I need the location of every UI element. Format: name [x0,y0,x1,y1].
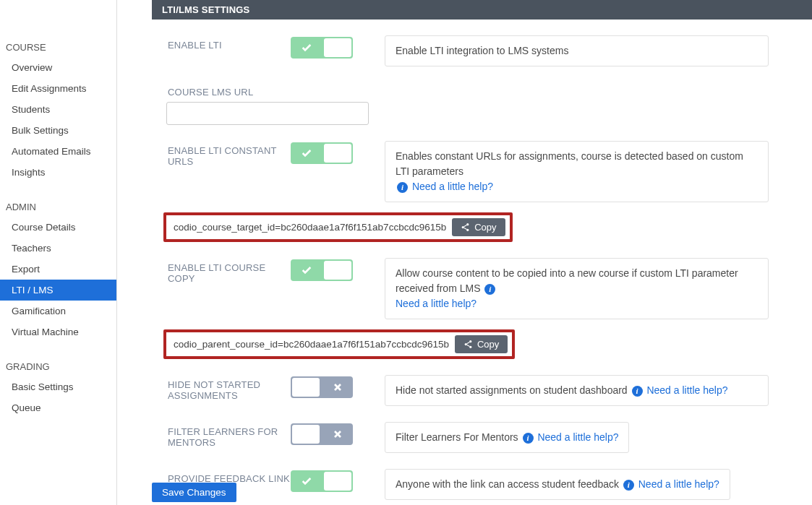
help-link[interactable]: Need a little help? [396,298,476,309]
share-icon [461,223,470,232]
sidebar-item-bulk-settings[interactable]: Bulk Settings [0,120,116,141]
course-target-id-text: codio_course_target_id=bc260daae1a7f6f15… [171,220,452,234]
svg-line-4 [464,228,467,229]
sidebar-item-virtual-machine[interactable]: Virtual Machine [0,321,116,342]
setting-label: HIDE NOT STARTED ASSIGNMENTS [168,375,291,401]
sidebar-section-title: ADMIN [0,196,116,217]
sidebar-item-teachers[interactable]: Teachers [0,238,116,259]
filter-learners-toggle[interactable] [291,423,353,445]
info-icon: i [484,284,495,295]
enable-constant-urls-toggle[interactable] [291,142,353,164]
sidebar-item-queue[interactable]: Queue [0,397,116,418]
sidebar-item-export[interactable]: Export [0,259,116,280]
copy-course-target-id-button[interactable]: Copy [452,218,505,236]
setting-filter-learners: FILTER LEARNERS FOR MENTORS Filter Learn… [168,422,812,453]
sidebar-item-basic-settings[interactable]: Basic Settings [0,376,116,397]
svg-point-7 [469,346,471,348]
sidebar-item-automated-emails[interactable]: Automated Emails [0,141,116,162]
desc-text: Enables constant URLs for assignments, c… [396,150,743,177]
info-icon: i [397,182,408,193]
sidebar-item-course-details[interactable]: Course Details [0,217,116,238]
setting-hide-not-started: HIDE NOT STARTED ASSIGNMENTS Hide not st… [168,375,812,406]
copy-label: Copy [477,339,499,350]
svg-point-0 [466,223,469,225]
setting-description: Hide not started assignments on student … [385,375,769,406]
setting-label: ENABLE LTI CONSTANT URLS [168,141,291,167]
sidebar-item-overview[interactable]: Overview [0,57,116,78]
help-link[interactable]: Need a little help? [638,478,719,490]
setting-provide-feedback: PROVIDE FEEDBACK LINK Anyone with the li… [168,469,812,500]
help-link[interactable]: Need a little help? [646,384,727,396]
setting-label: ENABLE LTI COURSE COPY [168,258,291,284]
sidebar-item-gamification[interactable]: Gamification [0,301,116,321]
check-icon [291,37,322,59]
setting-enable-lti: ENABLE LTI Enable LTI integration to LMS… [168,35,812,66]
svg-line-3 [464,225,467,227]
sidebar-section-course: COURSE Overview Edit Assignments Student… [0,36,116,183]
desc-text: Filter Learners For Mentors [396,431,518,443]
svg-line-9 [467,345,470,346]
check-icon [291,470,322,492]
toggle-knob [324,261,351,280]
course-lms-url-input[interactable] [166,102,369,125]
info-icon: i [623,480,634,491]
setting-label: FILTER LEARNERS FOR MENTORS [168,422,291,448]
setting-description: Filter Learners For Mentors i Need a lit… [385,422,629,453]
parent-course-id-box: codio_parent_course_id=bc260daae1a7f6f15… [163,329,515,359]
info-icon: i [632,386,643,397]
enable-course-copy-toggle[interactable] [291,259,353,281]
setting-label: ENABLE LTI [168,35,291,51]
setting-description: Allow course content to be copied into a… [385,258,769,319]
sidebar-item-students[interactable]: Students [0,99,116,120]
x-icon [322,423,353,445]
svg-point-5 [469,340,471,342]
desc-text: Enable LTI integration to LMS systems [396,45,568,56]
setting-label: PROVIDE FEEDBACK LINK [168,469,291,484]
desc-text: Anyone with the link can access student … [396,478,619,490]
setting-description: Enable LTI integration to LMS systems [385,35,769,66]
course-target-id-box: codio_course_target_id=bc260daae1a7f6f15… [163,212,513,242]
desc-text: Allow course content to be copied into a… [396,267,738,294]
setting-description: Enables constant URLs for assignments, c… [385,141,769,202]
toggle-knob [324,144,351,163]
copy-label: Copy [474,222,496,233]
setting-enable-constant-urls: ENABLE LTI CONSTANT URLS Enables constan… [168,141,812,202]
share-icon [463,340,473,349]
setting-label: COURSE LMS URL [168,82,291,98]
check-icon [291,142,322,164]
help-link[interactable]: Need a little help? [537,431,618,443]
sidebar-section-admin: ADMIN Course Details Teachers Export LTI… [0,196,116,342]
toggle-knob [292,378,320,397]
main-content: LTI/LMS SETTINGS ENABLE LTI Enable LTI i… [117,0,812,505]
svg-point-6 [465,343,467,345]
svg-point-2 [466,229,469,231]
save-changes-button[interactable]: Save Changes [152,483,236,502]
sidebar: COURSE Overview Edit Assignments Student… [0,0,117,505]
check-icon [291,259,322,281]
info-icon: i [523,433,534,444]
desc-text: Hide not started assignments on student … [396,384,628,396]
setting-description: Anyone with the link can access student … [385,469,730,500]
sidebar-section-title: GRADING [0,355,116,376]
panel-header: LTI/LMS SETTINGS [152,0,812,20]
sidebar-section-title: COURSE [0,36,116,57]
sidebar-section-grading: GRADING Basic Settings Queue [0,355,116,418]
parent-course-id-text: codio_parent_course_id=bc260daae1a7f6f15… [171,337,455,351]
hide-not-started-toggle[interactable] [291,376,353,398]
setting-enable-course-copy: ENABLE LTI COURSE COPY Allow course cont… [168,258,812,319]
x-icon [322,376,353,398]
help-link[interactable]: Need a little help? [412,181,493,192]
svg-line-8 [467,342,470,344]
provide-feedback-toggle[interactable] [291,470,353,492]
sidebar-item-insights[interactable]: Insights [0,162,116,183]
svg-point-1 [462,226,464,228]
toggle-knob [324,472,351,491]
copy-parent-course-id-button[interactable]: Copy [455,335,508,353]
setting-course-lms-url: COURSE LMS URL [168,82,812,98]
toggle-knob [292,425,320,444]
toggle-knob [324,38,351,57]
sidebar-item-lti-lms[interactable]: LTI / LMS [0,280,116,301]
sidebar-item-edit-assignments[interactable]: Edit Assignments [0,78,116,99]
save-bar: Save Changes [152,483,236,502]
enable-lti-toggle[interactable] [291,37,353,59]
